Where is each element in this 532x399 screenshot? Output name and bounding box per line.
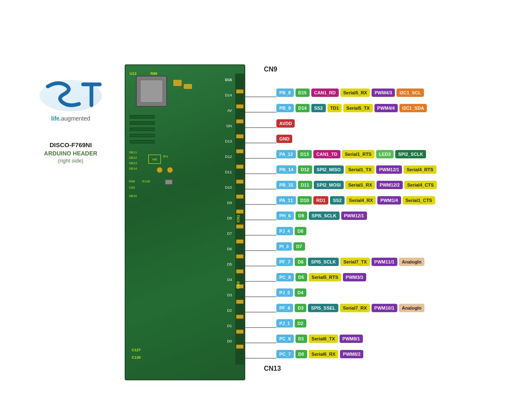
pin-row-7: PA_11D10RD1SS2Serial4_RXPWM1/4Serial1_CT… — [276, 196, 435, 204]
pin-badge-5-2: SPI2_MISO — [314, 165, 344, 174]
pin-badge-1-6: I2C1_SDA — [399, 104, 427, 112]
pin-badge-0-0: PB_8 — [276, 89, 294, 97]
pin-badge-7-0: PA_11 — [276, 196, 296, 204]
pin-badge-17-1: D0 — [296, 350, 307, 358]
pin-badge-5-3: Serial1_TX — [345, 165, 374, 174]
pin-row-11: PF_7D6SPI5_SCLKSerial7_TXPWM11/1AnalogIn — [276, 258, 424, 266]
pin-badge-6-0: PB_15 — [276, 181, 296, 189]
pin-badge-17-3: PWM8/2 — [340, 350, 363, 358]
pin-badge-10-0: PI_3 — [276, 242, 292, 251]
pin-row-17: PC_7D0Serial6_RXPWM8/2 — [276, 350, 363, 358]
pin-badge-1-5: PWM4/4 — [374, 104, 398, 112]
pin-badge-7-6: Serial1_CTS — [403, 196, 435, 204]
pin-badge-3-0: GND — [276, 135, 292, 143]
pin-badge-2-0: AVDD — [276, 119, 295, 128]
pin-badge-1-2: SS2 — [311, 104, 326, 112]
pin-badge-10-1: D7 — [293, 242, 305, 251]
pin-badge-4-4: LED3 — [376, 150, 394, 158]
pin-badge-17-2: Serial6_RX — [309, 350, 338, 358]
pin-badge-17-0: PC_7 — [276, 350, 294, 358]
pin-badge-4-2: CAN1_TD — [313, 150, 340, 158]
pin-badge-8-0: PH_6 — [276, 212, 294, 220]
pin-row-4: PA_12D13CAN1_TDSerial1_RTSLED3SPI2_SCLK — [276, 150, 426, 158]
pin-badge-1-0: PB_9 — [276, 104, 294, 112]
pcb-board: U12 R86 SB11 SB12 SB13 SB14 Idd IP4 R98 … — [125, 64, 245, 380]
pin-badge-14-0: PF_6 — [276, 304, 293, 312]
pin-badge-0-4: PWM4/3 — [372, 89, 395, 97]
pin-badge-8-1: D9 — [296, 212, 307, 220]
pin-badge-15-1: D2 — [295, 319, 306, 328]
pin-badge-7-4: Serial4_RX — [346, 196, 376, 204]
pin-badge-11-2: SPI5_SCLK — [308, 258, 339, 266]
pin-badge-5-0: PB_14 — [276, 165, 296, 174]
pin-badge-7-3: SS2 — [330, 196, 345, 204]
pin-badge-1-4: Serial5_TX — [343, 104, 372, 112]
pin-badge-1-1: D14 — [296, 104, 310, 112]
st-logo — [35, 78, 106, 113]
pin-badge-9-1: D8 — [295, 227, 306, 235]
left-panel: life.augmented DISCO-F769NI ARDUINO HEAD… — [25, 75, 116, 164]
pin-badge-11-4: PWM11/1 — [372, 258, 397, 266]
pin-row-9: PJ_4D8 — [276, 227, 306, 235]
pin-badge-13-1: D4 — [295, 288, 306, 297]
pin-badge-7-5: PWM1/4 — [377, 196, 401, 204]
pin-badge-4-5: SPI2_SCLK — [395, 150, 426, 158]
pin-badge-14-4: PWM10/1 — [372, 304, 397, 312]
cn9-label: CN9 — [264, 66, 277, 73]
pin-row-3: GND — [276, 135, 292, 143]
pin-badge-14-1: D3 — [295, 304, 306, 312]
pin-badge-5-5: Serial4_RTS — [404, 165, 436, 174]
pin-badge-6-1: D11 — [298, 181, 312, 189]
pin-badge-8-2: SPI5_SCLK — [309, 212, 340, 220]
pin-row-6: PB_15D11SPI2_MOSISerial1_RXPWM12/2Serial… — [276, 181, 437, 189]
pin-badge-6-5: Serial4_CTS — [404, 181, 437, 189]
pin-badge-6-3: Serial1_RX — [345, 181, 375, 189]
pin-diagram: PB_8D15CAN1_RDSerial5_RXPWM4/3I2C1_SCLPB… — [245, 77, 532, 376]
pin-badge-11-0: PF_7 — [276, 258, 293, 266]
pin-row-10: PI_3D7 — [276, 242, 305, 251]
pin-badge-14-2: SPI5_SSEL — [308, 304, 338, 312]
pin-badge-16-0: PC_6 — [276, 335, 294, 343]
pin-badge-0-3: Serial5_RX — [340, 89, 370, 97]
pin-row-13: PJ_0D4 — [276, 288, 306, 297]
pin-badge-7-2: RD1 — [313, 196, 328, 204]
pin-badge-11-1: D6 — [295, 258, 306, 266]
pin-badge-12-1: D5 — [296, 273, 307, 281]
pin-row-14: PF_6D3SPI5_SSELSerial7_RXPWM10/1AnalogIn — [276, 304, 424, 312]
device-name: DISCO-F769NI — [49, 141, 92, 148]
pin-badge-5-1: D12 — [298, 165, 312, 174]
pin-badge-5-4: PWM12/1 — [376, 165, 402, 174]
pin-badge-4-1: D13 — [298, 150, 312, 158]
pin-badge-16-2: Serial6_TX — [309, 335, 338, 343]
pin-badge-0-5: I2C1_SCL — [397, 89, 424, 97]
header-sub: (right side) — [58, 158, 83, 164]
life-augmented-text: life.augmented — [51, 115, 90, 122]
pin-row-2: AVDD — [276, 119, 295, 128]
pin-badge-7-1: D10 — [298, 196, 312, 204]
pin-badge-11-3: Serial7_TX — [340, 258, 369, 266]
pin-badge-8-3: PWM12/1 — [341, 212, 367, 220]
pin-badge-14-3: Serial7_RX — [340, 304, 369, 312]
pin-row-12: PC_8D5Serial5_RTSPWM3/3 — [276, 273, 366, 281]
pin-row-1: PB_9D14SS2TD1Serial5_TXPWM4/4I2C1_SDA — [276, 104, 427, 112]
pin-badge-12-3: PWM3/3 — [343, 273, 366, 281]
pin-row-5: PB_14D12SPI2_MISOSerial1_TXPWM12/1Serial… — [276, 165, 436, 174]
pin-badge-14-5: AnalogIn — [399, 304, 424, 312]
pin-badge-4-0: PA_12 — [276, 150, 296, 158]
pin-badge-12-0: PC_8 — [276, 273, 294, 281]
pin-badge-15-0: PJ_1 — [276, 319, 293, 328]
logo-container: life.augmented — [33, 75, 108, 125]
pin-badge-12-2: Serial5_RTS — [309, 273, 341, 281]
pin-badge-0-1: D15 — [296, 89, 310, 97]
pin-badge-0-2: CAN1_RD — [311, 89, 339, 97]
arduino-header-title: ARDUINO HEADER — [44, 150, 97, 157]
pin-badge-13-0: PJ_0 — [276, 288, 293, 297]
pin-badge-16-1: D1 — [296, 335, 307, 343]
pin-badge-11-5: AnalogIn — [399, 258, 424, 266]
pin-row-15: PJ_1D2 — [276, 319, 306, 328]
pin-badge-6-2: SPI2_MOSI — [314, 181, 344, 189]
pin-row-0: PB_8D15CAN1_RDSerial5_RXPWM4/3I2C1_SCL — [276, 89, 424, 97]
pin-badge-6-4: PWM12/2 — [377, 181, 402, 189]
pin-row-16: PC_6D1Serial6_TXPWM8/1 — [276, 335, 363, 343]
pin-badge-9-0: PJ_4 — [276, 227, 293, 235]
